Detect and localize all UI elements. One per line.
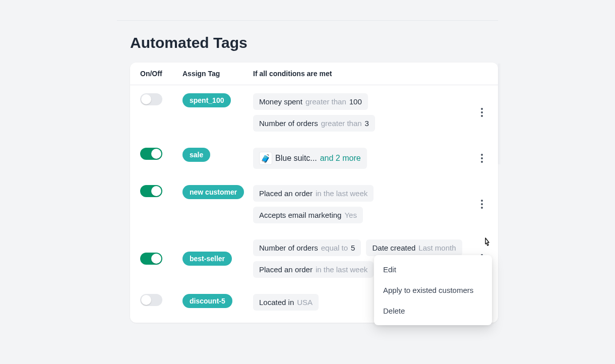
condition-label: Money spent: [259, 97, 302, 106]
toggle-switch[interactable]: [140, 185, 162, 197]
condition-chip[interactable]: Located in USA: [253, 294, 319, 311]
table-row: new customer Placed an order in the last…: [130, 177, 498, 231]
col-header-onoff: On/Off: [140, 70, 182, 78]
condition-chip[interactable]: Date created Last month: [366, 239, 462, 256]
condition-chip[interactable]: Placed an order in the last week: [253, 261, 374, 278]
condition-op: greater than: [305, 97, 346, 106]
condition-label: Placed an order: [259, 189, 313, 198]
condition-label: Accepts email marketing: [259, 211, 341, 219]
condition-value: 3: [365, 119, 369, 128]
menu-item-edit[interactable]: Edit: [374, 259, 492, 280]
top-divider: [117, 20, 498, 21]
row-actions-menu: Edit Apply to existed customers Delete: [374, 255, 492, 325]
condition-chip[interactable]: Placed an order in the last week: [253, 185, 374, 202]
menu-item-apply[interactable]: Apply to existed customers: [374, 280, 492, 300]
side-scroll-handle: [498, 64, 500, 164]
condition-value: Yes: [344, 211, 356, 219]
condition-label: Located in: [259, 298, 294, 307]
toggle-switch[interactable]: [140, 253, 162, 265]
condition-value: USA: [297, 298, 313, 307]
product-chip[interactable]: 🧳 Blue suitc... and 2 more: [253, 148, 367, 169]
product-thumbnail: 🧳: [259, 152, 272, 165]
col-header-cond: If all conditions are met: [253, 70, 468, 78]
page-title: Automated Tags: [130, 34, 498, 51]
condition-value: 5: [351, 244, 355, 252]
row-actions-button[interactable]: [476, 152, 488, 164]
condition-op: in the last week: [316, 265, 367, 274]
toggle-switch[interactable]: [140, 93, 162, 105]
tag-pill[interactable]: spent_100: [182, 93, 231, 107]
condition-op: equal to: [321, 244, 348, 252]
tag-pill[interactable]: discount-5: [182, 294, 232, 308]
condition-value: 100: [349, 97, 362, 106]
row-actions-button[interactable]: [476, 198, 488, 210]
table-row: spent_100 Money spent greater than 100 N…: [130, 85, 498, 140]
automated-tags-card: On/Off Assign Tag If all conditions are …: [130, 63, 498, 323]
row-actions-button[interactable]: [476, 106, 488, 118]
col-header-tag: Assign Tag: [182, 70, 253, 78]
condition-op: greater than: [321, 119, 362, 128]
toggle-switch[interactable]: [140, 148, 162, 160]
condition-label: Number of orders: [259, 244, 318, 252]
condition-chip[interactable]: Accepts email marketing Yes: [253, 207, 363, 223]
product-more-link[interactable]: and 2 more: [320, 154, 361, 163]
condition-chip[interactable]: Number of orders equal to 5: [253, 239, 361, 256]
condition-label: Number of orders: [259, 119, 318, 128]
tag-pill[interactable]: sale: [182, 148, 210, 162]
condition-chip[interactable]: Number of orders greater than 3: [253, 115, 375, 132]
tag-pill[interactable]: best-seller: [182, 252, 232, 266]
product-name: Blue suitc...: [275, 154, 317, 163]
condition-op: in the last week: [316, 189, 367, 198]
menu-item-delete[interactable]: Delete: [374, 300, 492, 321]
tag-pill[interactable]: new customer: [182, 185, 244, 199]
toggle-switch[interactable]: [140, 294, 162, 306]
condition-label: Placed an order: [259, 265, 313, 274]
condition-label: Date created: [372, 244, 415, 252]
condition-value: Last month: [418, 244, 456, 252]
table-row: sale 🧳 Blue suitc... and 2 more: [130, 140, 498, 177]
condition-chip[interactable]: Money spent greater than 100: [253, 93, 368, 110]
table-header-row: On/Off Assign Tag If all conditions are …: [130, 63, 498, 85]
